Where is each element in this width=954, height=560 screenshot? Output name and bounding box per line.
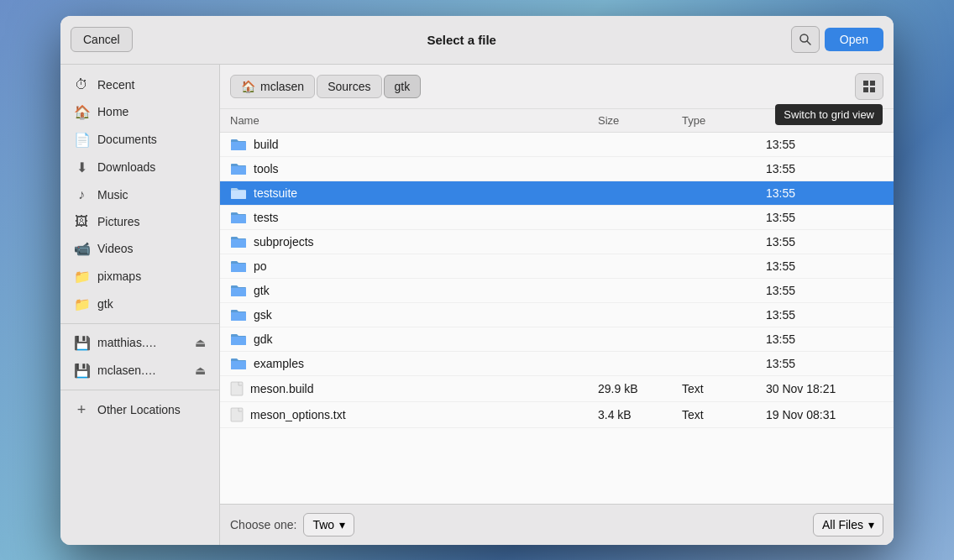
- folder-icon: [230, 357, 247, 370]
- cancel-button[interactable]: Cancel: [71, 27, 133, 52]
- folder-icon: [230, 284, 247, 297]
- table-row[interactable]: meson.build 29.9 kB Text 30 Nov 18:21: [220, 376, 894, 402]
- chevron-down-icon: ▾: [868, 518, 874, 531]
- table-row[interactable]: examples 13:55: [220, 352, 894, 376]
- file-name-cell: meson_options.txt: [230, 407, 598, 422]
- file-name-cell: tests: [230, 211, 598, 224]
- folder-icon: [230, 308, 247, 322]
- choose-label: Choose one:: [230, 518, 296, 531]
- choose-value: Two: [312, 518, 334, 531]
- eject-mclasen-button[interactable]: ⏏: [195, 364, 206, 377]
- sidebar-label-downloads: Downloads: [97, 160, 155, 174]
- open-button[interactable]: Open: [825, 28, 883, 51]
- grid-view-icon: [862, 80, 876, 93]
- sidebar-drive-matthias[interactable]: 💾 matthias.… ⏏: [60, 329, 219, 357]
- file-name-cell: build: [230, 138, 598, 151]
- table-row[interactable]: meson_options.txt 3.4 kB Text 19 Nov 08:…: [220, 402, 894, 428]
- file-name: gdk: [254, 332, 273, 346]
- sidebar-label-other-locations: Other Locations: [97, 403, 181, 416]
- table-row[interactable]: tools 13:55: [220, 157, 894, 181]
- folder-icon: [230, 162, 247, 175]
- sidebar-drive-mclasen[interactable]: 💾 mclasen.… ⏏: [60, 357, 219, 385]
- sidebar-item-other-locations[interactable]: + Other Locations: [60, 395, 219, 425]
- table-row[interactable]: gtk 13:55: [220, 279, 894, 303]
- file-name-cell: po: [230, 259, 598, 273]
- file-icon: [230, 407, 244, 422]
- drive-mclasen-left: 💾 mclasen.…: [74, 363, 156, 379]
- table-row[interactable]: gdk 13:55: [220, 327, 894, 352]
- sidebar-label-recent: Recent: [97, 78, 134, 92]
- file-name-cell: gdk: [230, 332, 598, 346]
- filter-value: All Files: [822, 518, 863, 531]
- sidebar-item-music[interactable]: ♪ Music: [60, 181, 219, 208]
- sidebar-item-videos[interactable]: 📹 Videos: [60, 235, 219, 263]
- sidebar: ⏱ Recent 🏠 Home 📄 Documents ⬇ Downloads …: [60, 65, 220, 545]
- search-button[interactable]: [791, 26, 820, 53]
- filter-dropdown[interactable]: All Files ▾: [813, 513, 883, 536]
- file-name-cell: subprojects: [230, 235, 598, 249]
- sidebar-item-downloads[interactable]: ⬇ Downloads: [60, 154, 219, 181]
- breadcrumb-gtk[interactable]: gtk: [384, 75, 422, 98]
- main-content: 🏠 mclasen Sources gtk: [220, 65, 894, 545]
- file-dialog: Cancel Select a file Open ⏱ Recent 🏠 Hom…: [60, 16, 894, 545]
- videos-icon: 📹: [74, 241, 89, 257]
- sidebar-item-gtk[interactable]: 📁 gtk: [60, 290, 219, 318]
- pixmaps-icon: 📁: [74, 269, 89, 285]
- file-name: po: [254, 259, 267, 273]
- chevron-down-icon: ▾: [339, 518, 345, 531]
- sidebar-item-pixmaps[interactable]: 📁 pixmaps: [60, 263, 219, 290]
- sidebar-item-pictures[interactable]: 🖼 Pictures: [60, 208, 219, 235]
- table-row[interactable]: gsk 13:55: [220, 303, 894, 327]
- dialog-title: Select a file: [139, 33, 784, 47]
- breadcrumb-sources[interactable]: Sources: [317, 75, 381, 98]
- table-row[interactable]: po 13:55: [220, 254, 894, 279]
- breadcrumb-mclasen[interactable]: 🏠 mclasen: [230, 75, 315, 98]
- drive-matthias-label: matthias.…: [97, 336, 157, 349]
- eject-matthias-button[interactable]: ⏏: [195, 336, 206, 349]
- sidebar-item-home[interactable]: 🏠 Home: [60, 98, 219, 126]
- file-name-cell: testsuite: [230, 186, 598, 200]
- drive-mclasen-label: mclasen.…: [97, 364, 156, 377]
- folder-icon: [230, 138, 247, 151]
- folder-icon: [230, 211, 247, 224]
- folder-icon: [230, 332, 247, 346]
- recent-icon: ⏱: [74, 77, 89, 92]
- file-icon: [230, 381, 244, 396]
- gtk-folder-icon: 📁: [74, 296, 89, 312]
- svg-rect-4: [863, 87, 868, 92]
- file-name-cell: gsk: [230, 308, 598, 322]
- file-name: examples: [254, 357, 304, 370]
- svg-rect-6: [231, 382, 243, 395]
- plus-icon: +: [74, 401, 89, 419]
- sidebar-item-recent[interactable]: ⏱ Recent: [60, 71, 219, 98]
- svg-rect-2: [863, 81, 868, 86]
- grid-view-button[interactable]: Switch to grid view: [855, 73, 883, 100]
- file-name-cell: examples: [230, 357, 598, 370]
- file-name: tools: [254, 162, 279, 175]
- folder-icon: [230, 259, 247, 273]
- file-modified: 13:55: [766, 332, 883, 346]
- search-icon: [799, 33, 812, 46]
- file-type: Text: [682, 408, 766, 421]
- breadcrumb-bar: 🏠 mclasen Sources gtk: [220, 65, 894, 109]
- table-row[interactable]: testsuite 13:55: [220, 181, 894, 206]
- sidebar-label-gtk: gtk: [97, 297, 113, 311]
- col-size-header: Size: [598, 114, 682, 127]
- file-size: 29.9 kB: [598, 382, 682, 395]
- drive-matthias-left: 💾 matthias.…: [74, 335, 157, 351]
- file-modified: 13:55: [766, 162, 883, 175]
- table-row[interactable]: subprojects 13:55: [220, 230, 894, 254]
- sidebar-item-documents[interactable]: 📄 Documents: [60, 126, 219, 154]
- footer-left: Choose one: Two ▾: [230, 513, 354, 536]
- header-actions: Open: [791, 26, 883, 53]
- sidebar-label-music: Music: [97, 188, 128, 201]
- svg-line-1: [807, 41, 810, 44]
- sidebar-divider: [60, 323, 219, 324]
- table-row[interactable]: tests 13:55: [220, 206, 894, 230]
- table-row[interactable]: build 13:55: [220, 133, 894, 157]
- sidebar-label-home: Home: [97, 105, 128, 118]
- col-type-header: Type: [682, 114, 766, 127]
- choose-dropdown[interactable]: Two ▾: [303, 513, 354, 536]
- file-modified: 13:55: [766, 259, 883, 273]
- file-modified: 13:55: [766, 138, 883, 151]
